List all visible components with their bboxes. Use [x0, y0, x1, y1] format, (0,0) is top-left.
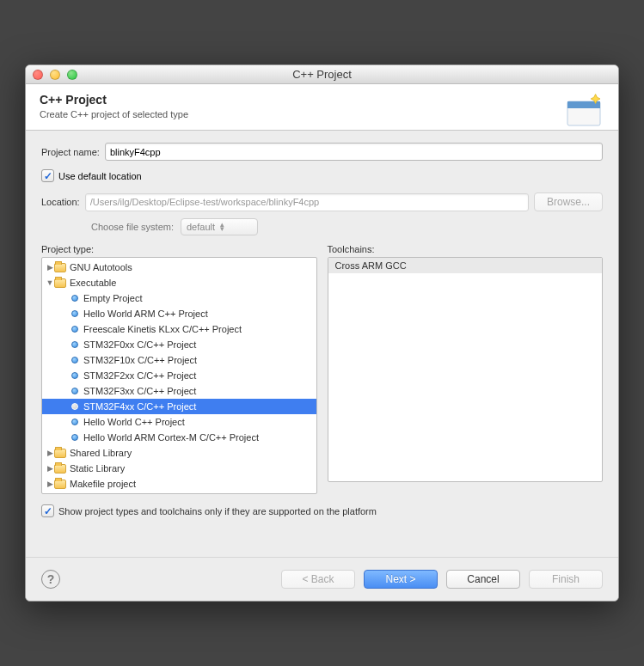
tree-leaf[interactable]: Hello World ARM Cortex-M C/C++ Project: [42, 430, 316, 445]
tree-item-label: GNU Autotools: [70, 262, 132, 272]
project-template-icon: [71, 434, 78, 441]
wizard-content: Project name: Use default location Locat…: [26, 131, 618, 526]
tree-item-label: Freescale Kinetis KLxx C/C++ Project: [83, 324, 242, 334]
window-title: C++ Project: [26, 68, 618, 81]
project-name-label: Project name:: [41, 147, 100, 157]
chevron-down-icon[interactable]: ▼: [46, 278, 54, 287]
next-button[interactable]: Next >: [364, 570, 438, 589]
tree-leaf[interactable]: STM32F0xx C/C++ Project: [42, 337, 316, 352]
finish-button: Finish: [529, 570, 603, 589]
chevron-updown-icon: ▴▾: [220, 223, 224, 231]
tree-leaf[interactable]: Freescale Kinetis KLxx C/C++ Project: [42, 321, 316, 337]
wizard-button-bar: ? < Back Next > Cancel Finish: [26, 557, 618, 601]
show-supported-checkbox[interactable]: [41, 504, 54, 517]
help-icon[interactable]: ?: [41, 570, 60, 589]
page-title: C++ Project: [40, 93, 604, 107]
folder-icon: [54, 449, 66, 458]
tree-folder[interactable]: ▶Makefile project: [42, 476, 316, 492]
toolchains-label: Toolchains:: [328, 244, 604, 254]
back-button: < Back: [281, 570, 355, 589]
minimize-window-icon[interactable]: [50, 70, 60, 80]
tree-item-label: Empty Project: [83, 293, 142, 303]
folder-icon: [54, 464, 66, 474]
project-template-icon: [71, 310, 78, 317]
tree-folder[interactable]: ▶Static Library: [42, 461, 316, 476]
wizard-header: C++ Project Create C++ project of select…: [26, 84, 618, 131]
project-template-icon: [71, 326, 78, 333]
zoom-window-icon[interactable]: [67, 70, 77, 80]
window-traffic-lights: [26, 70, 77, 80]
browse-button: Browse...: [534, 192, 603, 211]
close-window-icon[interactable]: [33, 70, 43, 80]
chevron-right-icon[interactable]: ▶: [46, 449, 54, 457]
wizard-banner-icon: [565, 93, 606, 131]
project-name-row: Project name:: [41, 143, 603, 161]
tree-item-label: Executable: [70, 278, 116, 288]
project-template-icon: [71, 388, 78, 394]
tree-item-label: Hello World ARM Cortex-M C/C++ Project: [83, 432, 259, 443]
project-name-input[interactable]: [105, 143, 603, 161]
tree-folder[interactable]: ▶GNU Autotools: [42, 260, 316, 275]
chevron-right-icon[interactable]: ▶: [46, 263, 54, 272]
tree-leaf[interactable]: Hello World ARM C++ Project: [42, 306, 316, 321]
titlebar: C++ Project: [26, 65, 618, 84]
tree-item-label: Static Library: [70, 463, 125, 474]
tree-leaf[interactable]: STM32F3xx C/C++ Project: [42, 383, 316, 399]
tree-item-label: STM32F0xx C/C++ Project: [83, 339, 196, 350]
project-type-tree[interactable]: ▶GNU Autotools▼ExecutableEmpty ProjectHe…: [41, 257, 317, 494]
toolchain-item[interactable]: Cross ARM GCC: [328, 258, 603, 273]
choose-filesystem-value: default: [187, 222, 215, 232]
tree-item-label: STM32F10x C/C++ Project: [83, 355, 197, 365]
tree-item-label: Hello World ARM C++ Project: [83, 309, 208, 319]
tree-folder[interactable]: ▶Shared Library: [42, 445, 316, 461]
choose-filesystem-row: Choose file system: default ▴▾: [91, 218, 603, 235]
tree-item-label: STM32F2xx C/C++ Project: [83, 370, 196, 381]
project-template-icon: [71, 372, 78, 379]
toolchains-list[interactable]: Cross ARM GCC: [328, 257, 604, 482]
choose-filesystem-select: default ▴▾: [181, 218, 258, 235]
use-default-location-label: Use default location: [58, 171, 142, 181]
cancel-button[interactable]: Cancel: [446, 570, 520, 589]
tree-leaf[interactable]: Empty Project: [42, 290, 316, 306]
folder-icon: [54, 480, 66, 489]
show-supported-row: Show project types and toolchains only i…: [41, 504, 603, 517]
use-default-location-checkbox[interactable]: [41, 169, 54, 182]
location-row: Location: Browse...: [41, 192, 603, 211]
tree-leaf[interactable]: Hello World C++ Project: [42, 414, 316, 430]
tree-leaf[interactable]: STM32F4xx C/C++ Project: [42, 399, 316, 414]
tree-item-label: STM32F4xx C/C++ Project: [83, 401, 196, 412]
use-default-location-row: Use default location: [41, 169, 603, 182]
tree-item-label: STM32F3xx C/C++ Project: [83, 386, 196, 396]
project-template-icon: [71, 357, 78, 364]
tree-item-label: Hello World C++ Project: [83, 417, 185, 427]
type-toolchain-panels: Project type: ▶GNU Autotools▼ExecutableE…: [41, 244, 603, 494]
project-template-icon: [71, 419, 78, 425]
tree-leaf[interactable]: STM32F2xx C/C++ Project: [42, 368, 316, 383]
chevron-right-icon[interactable]: ▶: [46, 464, 54, 473]
project-template-icon: [71, 403, 78, 410]
project-type-label: Project type:: [41, 244, 317, 254]
tree-folder[interactable]: ▼Executable: [42, 275, 316, 290]
folder-icon: [54, 278, 66, 288]
project-template-icon: [71, 295, 78, 302]
location-label: Location:: [41, 197, 80, 207]
location-input: [85, 193, 529, 211]
chevron-right-icon[interactable]: ▶: [46, 480, 54, 488]
project-template-icon: [71, 341, 78, 348]
folder-icon: [54, 263, 66, 272]
tree-leaf[interactable]: STM32F10x C/C++ Project: [42, 352, 316, 368]
tree-item-label: Shared Library: [70, 448, 132, 458]
dialog-window: C++ Project C++ Project Create C++ proje…: [25, 64, 619, 602]
tree-item-label: Makefile project: [70, 479, 136, 489]
page-subtitle: Create C++ project of selected type: [40, 109, 604, 119]
choose-filesystem-label: Choose file system:: [91, 222, 174, 232]
show-supported-label: Show project types and toolchains only i…: [58, 506, 377, 516]
